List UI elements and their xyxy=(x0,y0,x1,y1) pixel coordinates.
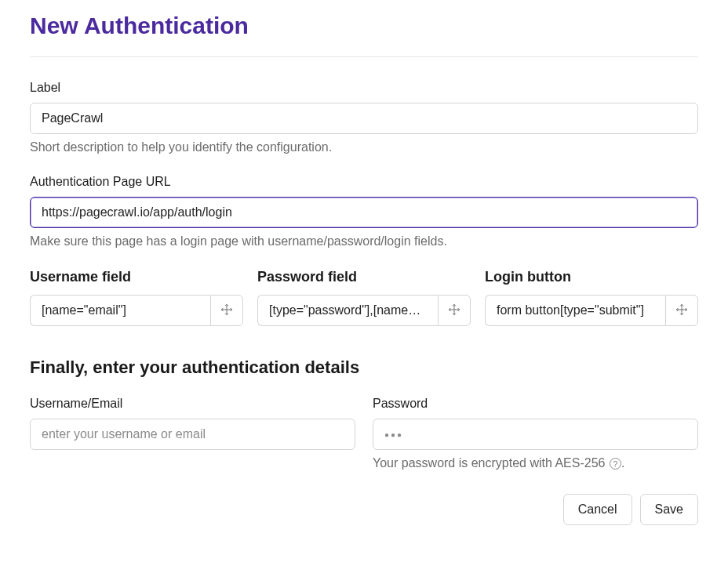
password-label: Password xyxy=(373,397,698,411)
credentials-heading: Finally, enter your authentication detai… xyxy=(30,357,698,378)
username-selector-heading: Username field xyxy=(30,269,243,285)
credentials-row: Username/Email Password ●●● Your passwor… xyxy=(30,397,698,470)
auth-url-group: Authentication Page URL Make sure this p… xyxy=(30,175,698,248)
footer-actions: Cancel Save xyxy=(30,494,698,525)
selector-row: Username field Password field Login butt… xyxy=(30,269,698,326)
username-selector-input[interactable] xyxy=(30,295,210,326)
password-help: Your password is encrypted with AES-256 … xyxy=(373,456,698,470)
username-input[interactable] xyxy=(30,419,355,450)
auth-url-help: Make sure this page has a login page wit… xyxy=(30,234,698,248)
label-label: Label xyxy=(30,81,698,95)
username-cred-col: Username/Email xyxy=(30,397,355,470)
label-input[interactable] xyxy=(30,103,698,134)
password-selector-col: Password field xyxy=(257,269,471,326)
login-selector-heading: Login button xyxy=(485,269,698,285)
cancel-button[interactable]: Cancel xyxy=(563,494,632,525)
password-input[interactable]: ●●● xyxy=(373,419,698,450)
password-selector-input[interactable] xyxy=(257,295,438,326)
move-icon xyxy=(220,303,233,318)
label-help: Short description to help you identify t… xyxy=(30,140,698,154)
username-selector-col: Username field xyxy=(30,269,243,326)
title-divider xyxy=(30,56,698,57)
password-selector-picker-button[interactable] xyxy=(438,295,471,326)
move-icon xyxy=(675,303,688,318)
login-selector-col: Login button xyxy=(485,269,698,326)
username-selector-picker-button[interactable] xyxy=(210,295,243,326)
save-button[interactable]: Save xyxy=(640,494,698,525)
auth-url-label: Authentication Page URL xyxy=(30,175,698,189)
password-cred-col: Password ●●● Your password is encrypted … xyxy=(373,397,698,470)
password-selector-heading: Password field xyxy=(257,269,471,285)
username-label: Username/Email xyxy=(30,397,355,411)
move-icon xyxy=(448,303,460,318)
label-group: Label Short description to help you iden… xyxy=(30,81,698,154)
auth-url-input[interactable] xyxy=(30,197,698,228)
password-placeholder-dots: ●●● xyxy=(384,430,403,439)
login-selector-input[interactable] xyxy=(485,295,665,326)
login-selector-picker-button[interactable] xyxy=(665,295,698,326)
info-icon[interactable]: ? xyxy=(610,458,621,470)
page-title: New Authentication xyxy=(30,13,698,39)
